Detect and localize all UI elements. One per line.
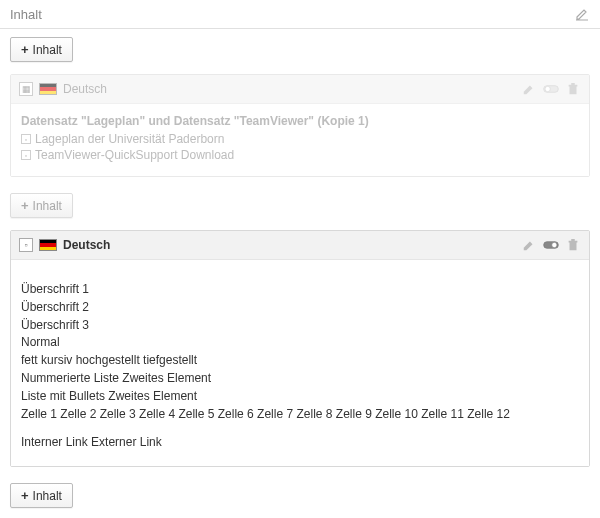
card-body: Datensatz "Lageplan" und Datensatz "Team… <box>11 104 589 176</box>
record-item-label: Lageplan der Universität Paderborn <box>35 132 224 146</box>
content-card-2: ▫ Deutsch Überschrift 1 Überschrift 2 Üb… <box>10 230 590 467</box>
card-header[interactable]: ▫ Deutsch <box>11 231 589 260</box>
record-item: ▫ TeamViewer-QuickSupport Download <box>21 148 579 162</box>
flag-de-icon <box>39 239 57 251</box>
text-table-cells: Zelle 1 Zelle 2 Zelle 3 Zelle 4 Zelle 5 … <box>21 406 579 423</box>
record-type-icon: ▫ <box>19 238 33 252</box>
record-type-icon: ▦ <box>19 82 33 96</box>
delete-icon[interactable] <box>565 81 581 97</box>
text-numbered-list: Nummerierte Liste Zweites Element <box>21 370 579 387</box>
add-content-label: Inhalt <box>33 43 62 57</box>
plus-icon: + <box>21 198 29 213</box>
edit-icon[interactable] <box>521 81 537 97</box>
text-heading2: Überschrift 2 <box>21 299 579 316</box>
text-styles: fett kursiv hochgestellt tiefgestellt <box>21 352 579 369</box>
record-item-label: TeamViewer-QuickSupport Download <box>35 148 234 162</box>
text-heading3: Überschrift 3 <box>21 317 579 334</box>
section-header: Inhalt <box>0 0 600 29</box>
card-header[interactable]: ▦ Deutsch <box>11 75 589 104</box>
page-icon: ▫ <box>21 134 31 144</box>
add-content-button-top[interactable]: + Inhalt <box>10 37 73 62</box>
record-title: Datensatz "Lageplan" und Datensatz "Team… <box>21 114 579 128</box>
plus-icon: + <box>21 42 29 57</box>
add-content-button-bottom[interactable]: + Inhalt <box>10 483 73 508</box>
flag-de-icon <box>39 83 57 95</box>
text-links: Interner Link Externer Link <box>21 434 579 451</box>
edit-section-icon[interactable] <box>574 6 590 22</box>
svg-point-1 <box>545 86 550 91</box>
page-icon: ▫ <box>21 150 31 160</box>
toggle-visibility-icon[interactable] <box>543 237 559 253</box>
text-bullet-list: Liste mit Bullets Zweites Element <box>21 388 579 405</box>
add-content-label: Inhalt <box>33 489 62 503</box>
add-content-label: Inhalt <box>33 199 62 213</box>
plus-icon: + <box>21 488 29 503</box>
edit-icon[interactable] <box>521 237 537 253</box>
add-content-button-mid[interactable]: + Inhalt <box>10 193 73 218</box>
language-label: Deutsch <box>63 238 110 252</box>
section-title: Inhalt <box>10 7 42 22</box>
text-heading1: Überschrift 1 <box>21 281 579 298</box>
card-body: Überschrift 1 Überschrift 2 Überschrift … <box>11 260 589 466</box>
delete-icon[interactable] <box>565 237 581 253</box>
record-item: ▫ Lageplan der Universität Paderborn <box>21 132 579 146</box>
svg-point-3 <box>552 242 557 247</box>
language-label: Deutsch <box>63 82 107 96</box>
text-normal: Normal <box>21 334 579 351</box>
content-card-1: ▦ Deutsch Datensatz "Lageplan" und Daten… <box>10 74 590 177</box>
toggle-visibility-icon[interactable] <box>543 81 559 97</box>
